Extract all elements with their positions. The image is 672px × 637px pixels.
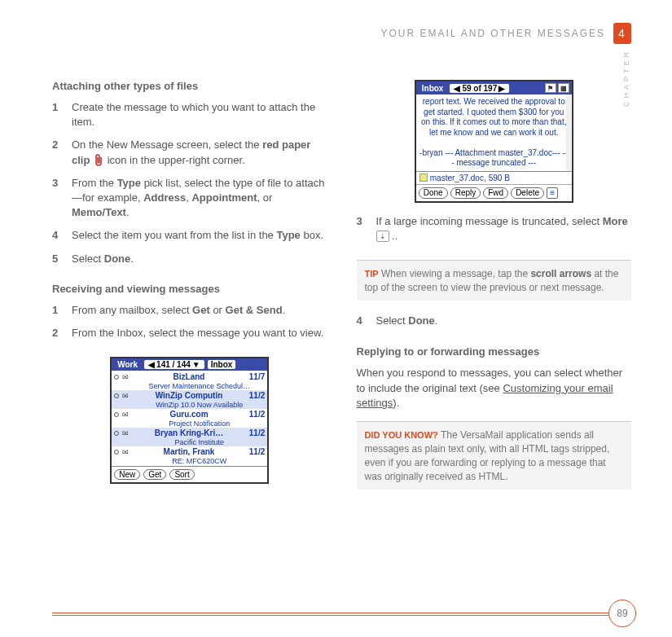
unread-dot-icon (114, 450, 119, 455)
message-row[interactable]: ✉Martin, Frank11/2 (112, 446, 267, 457)
palm-title: Work (114, 360, 141, 369)
step-done: 4Select Done. (357, 314, 632, 328)
grid-icon: ▦ (558, 83, 569, 93)
heading-replying: Replying to or forwarding messages (357, 345, 632, 358)
delete-button[interactable]: Delete (511, 187, 544, 199)
palm-nav: ◀ 59 of 197 ▶ (450, 84, 509, 93)
step-item: 3From the Type pick list, select the typ… (52, 176, 327, 221)
page-number: 89 (608, 600, 636, 627)
message-subject: Project Notification (112, 420, 267, 428)
unread-dot-icon (114, 375, 119, 380)
flag-icon: ⚑ (545, 83, 556, 93)
reply-button[interactable]: Reply (450, 187, 481, 199)
did-you-know-box: DID YOU KNOW? The VersaMail application … (357, 421, 632, 490)
step-item: 1Create the message to which you want to… (52, 100, 327, 130)
chapter-number-badge: 4 (613, 23, 631, 44)
message-row[interactable]: ✉WinZip Computin11/2 (112, 390, 267, 401)
step-item: 4Select the item you want from the list … (52, 228, 327, 243)
steps-receiving: 1From any mailbox, select Get or Get & S… (52, 303, 327, 340)
message-row[interactable]: ✉BizLand11/7 (112, 371, 267, 382)
more-icon: ⇣ (376, 231, 389, 242)
paperclip-icon (93, 154, 104, 167)
message-subject: Server Maintenance Schedul… (112, 382, 267, 390)
mail-icon: ✉ (122, 448, 129, 456)
done-button[interactable]: Done (419, 187, 448, 199)
folder-dropdown[interactable]: Inbox (208, 360, 236, 369)
scrollbar[interactable] (566, 94, 571, 171)
mail-icon: ✉ (122, 392, 129, 400)
steps-attaching: 1Create the message to which you want to… (52, 100, 327, 266)
mail-icon: ✉ (122, 373, 129, 381)
file-icon (419, 174, 428, 182)
dyk-label: DID YOU KNOW? (365, 430, 438, 440)
mail-icon: ✉ (122, 429, 129, 437)
palm-screenshot-inbox: Inbox ◀ 59 of 197 ▶ ⚑ ▦ report text. We … (415, 80, 573, 203)
new-button[interactable]: New (114, 469, 140, 480)
step-item: 1From any mailbox, select Get or Get & S… (52, 303, 327, 318)
step-item: 2From the Inbox, select the message you … (52, 326, 327, 340)
palm-nav: ◀ 141 / 144 ▼ (144, 360, 204, 369)
message-row[interactable]: ✉Bryan Kring-Kri…11/2 (112, 428, 267, 438)
page-footer: 89 (52, 613, 631, 617)
heading-attaching: Attaching other types of files (52, 80, 327, 92)
mail-icon: ✉ (122, 411, 129, 419)
menu-icon[interactable]: ≡ (547, 187, 558, 199)
section-title: YOUR EMAIL AND OTHER MESSAGES (380, 28, 605, 39)
chapter-label: CHAPTER (622, 49, 630, 107)
message-subject: RE: MFC620CW (112, 457, 267, 465)
step-item: 2On the New Message screen, select the r… (52, 138, 327, 167)
tip-box: TIP When viewing a message, tap the scro… (357, 260, 632, 301)
fwd-button[interactable]: Fwd (483, 187, 508, 199)
tip-label: TIP (365, 269, 379, 279)
get-button[interactable]: Get (143, 469, 166, 480)
sort-button[interactable]: Sort (169, 469, 194, 480)
unread-dot-icon (114, 431, 119, 436)
message-body: report text. We received the approval to… (416, 94, 572, 171)
palm-title: Inbox (419, 84, 447, 93)
step-item: 3If a large incoming message is truncate… (357, 214, 632, 244)
step-item: 4Select Done. (357, 314, 632, 328)
attachment-row[interactable]: master_37.doc, 590 B (416, 171, 572, 184)
unread-dot-icon (114, 393, 119, 398)
steps-truncated: 3If a large incoming message is truncate… (357, 214, 632, 244)
page-header: YOUR EMAIL AND OTHER MESSAGES 4 (380, 23, 631, 44)
message-row[interactable]: ✉Guru.com11/2 (112, 409, 267, 420)
unread-dot-icon (114, 412, 119, 417)
message-subject: WinZip 10.0 Now Available (112, 401, 267, 409)
reply-paragraph: When you respond to messages, you can se… (357, 366, 632, 412)
palm-screenshot-work: Work ◀ 141 / 144 ▼ Inbox ✉BizLand11/7Ser… (110, 357, 269, 484)
message-subject: Pacific Institute (112, 438, 267, 446)
heading-receiving: Receiving and viewing messages (52, 283, 327, 295)
step-item: 5Select Done. (52, 252, 327, 266)
